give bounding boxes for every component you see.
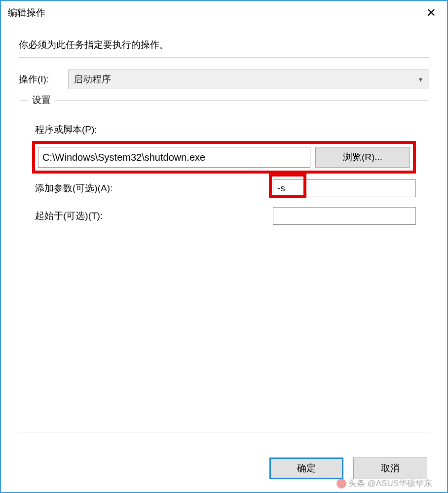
cancel-button[interactable]: 取消 [353, 458, 427, 479]
titlebar: 编辑操作 ✕ [1, 1, 447, 25]
settings-legend: 设置 [29, 94, 54, 106]
content-area: 你必须为此任务指定要执行的操作。 操作(I): ▾ 设置 程序或脚本(P): 浏… [1, 25, 447, 432]
watermark-icon [336, 479, 346, 489]
startin-row: 起始于(可选)(T): [35, 207, 416, 225]
window-title: 编辑操作 [8, 6, 45, 19]
instruction-text: 你必须为此任务指定要执行的操作。 [19, 38, 429, 51]
program-row-highlight: 浏览(R)... [32, 141, 416, 174]
arguments-row: 添加参数(可选)(A): [35, 177, 416, 199]
arguments-input[interactable] [273, 179, 416, 197]
close-icon: ✕ [426, 7, 436, 19]
action-row: 操作(I): ▾ [19, 70, 429, 89]
watermark: 头条 @ASUS华硕华东 [336, 478, 432, 489]
action-select[interactable] [68, 70, 429, 89]
ok-button[interactable]: 确定 [269, 458, 343, 479]
settings-fieldset: 设置 程序或脚本(P): 浏览(R)... 添加参数(可选)(A): 起始于(可… [19, 100, 429, 432]
action-select-wrap: ▾ [68, 70, 429, 89]
dialog-window: 编辑操作 ✕ 你必须为此任务指定要执行的操作。 操作(I): ▾ 设置 程序或脚… [0, 0, 448, 493]
action-label: 操作(I): [19, 73, 68, 86]
arguments-label: 添加参数(可选)(A): [35, 182, 273, 195]
program-label: 程序或脚本(P): [35, 123, 416, 136]
dialog-buttons: 确定 取消 [269, 458, 427, 479]
watermark-text: 头条 @ASUS华硕华东 [348, 478, 432, 489]
separator [19, 57, 429, 58]
browse-button[interactable]: 浏览(R)... [315, 147, 410, 168]
close-button[interactable]: ✕ [418, 1, 444, 25]
startin-label: 起始于(可选)(T): [35, 210, 273, 222]
startin-input[interactable] [273, 207, 416, 225]
arguments-input-wrap [273, 177, 416, 199]
program-input[interactable] [38, 147, 310, 168]
